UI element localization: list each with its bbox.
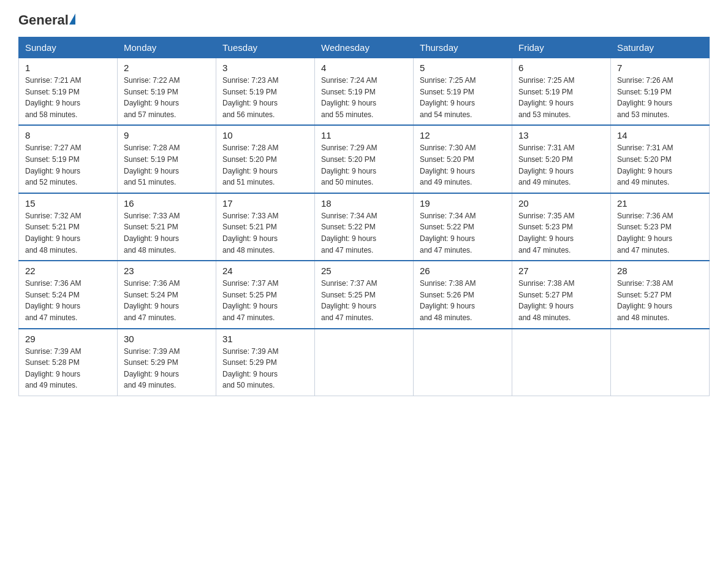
calendar-day-cell: 14Sunrise: 7:31 AMSunset: 5:20 PMDayligh… [611,125,710,193]
weekday-header-friday: Friday [512,37,611,58]
calendar-day-cell: 21Sunrise: 7:36 AMSunset: 5:23 PMDayligh… [611,193,710,261]
day-number: 28 [617,266,703,276]
day-info: Sunrise: 7:21 AMSunset: 5:19 PMDaylight:… [25,75,111,120]
day-number: 12 [420,130,506,140]
weekday-header-saturday: Saturday [611,37,710,58]
calendar-day-cell [611,329,710,396]
day-number: 24 [222,266,308,276]
day-number: 15 [25,198,111,209]
day-number: 16 [124,198,210,209]
calendar-day-cell: 20Sunrise: 7:35 AMSunset: 5:23 PMDayligh… [512,193,611,261]
day-info: Sunrise: 7:25 AMSunset: 5:19 PMDaylight:… [518,75,604,120]
day-info: Sunrise: 7:38 AMSunset: 5:26 PMDaylight:… [420,278,506,323]
day-info: Sunrise: 7:32 AMSunset: 5:21 PMDaylight:… [25,210,111,256]
day-info: Sunrise: 7:22 AMSunset: 5:19 PMDaylight:… [124,75,210,120]
weekday-header-wednesday: Wednesday [315,37,414,58]
logo-triangle-icon [69,13,75,25]
page-header: General [18,12,710,26]
day-info: Sunrise: 7:34 AMSunset: 5:22 PMDaylight:… [321,210,407,256]
calendar-day-cell: 26Sunrise: 7:38 AMSunset: 5:26 PMDayligh… [414,261,512,328]
day-number: 21 [617,198,703,209]
day-number: 8 [25,130,111,140]
calendar-week-row: 15Sunrise: 7:32 AMSunset: 5:21 PMDayligh… [19,193,710,261]
calendar-day-cell [414,329,512,396]
calendar-day-cell: 31Sunrise: 7:39 AMSunset: 5:29 PMDayligh… [216,329,315,396]
calendar-day-cell: 8Sunrise: 7:27 AMSunset: 5:19 PMDaylight… [19,125,118,193]
calendar-day-cell: 13Sunrise: 7:31 AMSunset: 5:20 PMDayligh… [512,125,611,193]
day-info: Sunrise: 7:36 AMSunset: 5:24 PMDaylight:… [124,278,210,323]
day-number: 5 [420,63,506,73]
calendar-day-cell: 27Sunrise: 7:38 AMSunset: 5:27 PMDayligh… [512,261,611,328]
calendar-day-cell: 29Sunrise: 7:39 AMSunset: 5:28 PMDayligh… [19,329,118,396]
day-number: 17 [222,198,308,209]
day-number: 10 [222,130,308,140]
day-info: Sunrise: 7:39 AMSunset: 5:28 PMDaylight:… [25,346,111,391]
calendar-day-cell: 4Sunrise: 7:24 AMSunset: 5:19 PMDaylight… [315,58,414,126]
day-number: 25 [321,266,407,276]
day-info: Sunrise: 7:36 AMSunset: 5:23 PMDaylight:… [617,210,703,256]
day-info: Sunrise: 7:39 AMSunset: 5:29 PMDaylight:… [124,346,210,391]
day-number: 20 [518,198,604,209]
calendar-day-cell: 1Sunrise: 7:21 AMSunset: 5:19 PMDaylight… [19,58,118,126]
day-info: Sunrise: 7:28 AMSunset: 5:19 PMDaylight:… [124,142,210,188]
calendar-day-cell: 19Sunrise: 7:34 AMSunset: 5:22 PMDayligh… [414,193,512,261]
day-number: 27 [518,266,604,276]
calendar-day-cell [315,329,414,396]
day-info: Sunrise: 7:25 AMSunset: 5:19 PMDaylight:… [420,75,506,120]
day-info: Sunrise: 7:39 AMSunset: 5:29 PMDaylight:… [222,346,308,391]
calendar-week-row: 22Sunrise: 7:36 AMSunset: 5:24 PMDayligh… [19,261,710,328]
day-info: Sunrise: 7:30 AMSunset: 5:20 PMDaylight:… [420,142,506,188]
calendar-week-row: 8Sunrise: 7:27 AMSunset: 5:19 PMDaylight… [19,125,710,193]
day-info: Sunrise: 7:27 AMSunset: 5:19 PMDaylight:… [25,142,111,188]
calendar-day-cell: 5Sunrise: 7:25 AMSunset: 5:19 PMDaylight… [414,58,512,126]
calendar-day-cell: 10Sunrise: 7:28 AMSunset: 5:20 PMDayligh… [216,125,315,193]
day-info: Sunrise: 7:38 AMSunset: 5:27 PMDaylight:… [617,278,703,323]
day-info: Sunrise: 7:34 AMSunset: 5:22 PMDaylight:… [420,210,506,256]
day-number: 14 [617,130,703,140]
calendar-week-row: 1Sunrise: 7:21 AMSunset: 5:19 PMDaylight… [19,58,710,126]
calendar-day-cell [512,329,611,396]
day-number: 22 [25,266,111,276]
day-info: Sunrise: 7:37 AMSunset: 5:25 PMDaylight:… [321,278,407,323]
calendar-week-row: 29Sunrise: 7:39 AMSunset: 5:28 PMDayligh… [19,329,710,396]
day-number: 4 [321,63,407,73]
calendar-day-cell: 9Sunrise: 7:28 AMSunset: 5:19 PMDaylight… [118,125,216,193]
logo-general-text: General [18,12,69,28]
calendar-day-cell: 7Sunrise: 7:26 AMSunset: 5:19 PMDaylight… [611,58,710,126]
day-number: 6 [518,63,604,73]
day-number: 3 [222,63,308,73]
calendar-day-cell: 12Sunrise: 7:30 AMSunset: 5:20 PMDayligh… [414,125,512,193]
day-info: Sunrise: 7:36 AMSunset: 5:24 PMDaylight:… [25,278,111,323]
calendar-day-cell: 22Sunrise: 7:36 AMSunset: 5:24 PMDayligh… [19,261,118,328]
day-number: 31 [222,334,308,344]
calendar-day-cell: 16Sunrise: 7:33 AMSunset: 5:21 PMDayligh… [118,193,216,261]
day-number: 18 [321,198,407,209]
weekday-header-row: SundayMondayTuesdayWednesdayThursdayFrid… [19,37,710,58]
day-number: 30 [124,334,210,344]
calendar-day-cell: 2Sunrise: 7:22 AMSunset: 5:19 PMDaylight… [118,58,216,126]
day-info: Sunrise: 7:37 AMSunset: 5:25 PMDaylight:… [222,278,308,323]
day-info: Sunrise: 7:33 AMSunset: 5:21 PMDaylight:… [222,210,308,256]
day-number: 26 [420,266,506,276]
day-info: Sunrise: 7:38 AMSunset: 5:27 PMDaylight:… [518,278,604,323]
calendar-table: SundayMondayTuesdayWednesdayThursdayFrid… [18,37,710,396]
calendar-day-cell: 6Sunrise: 7:25 AMSunset: 5:19 PMDaylight… [512,58,611,126]
logo: General [18,12,76,26]
calendar-day-cell: 23Sunrise: 7:36 AMSunset: 5:24 PMDayligh… [118,261,216,328]
calendar-day-cell: 18Sunrise: 7:34 AMSunset: 5:22 PMDayligh… [315,193,414,261]
calendar-day-cell: 30Sunrise: 7:39 AMSunset: 5:29 PMDayligh… [118,329,216,396]
calendar-day-cell: 24Sunrise: 7:37 AMSunset: 5:25 PMDayligh… [216,261,315,328]
day-number: 1 [25,63,111,73]
day-number: 29 [25,334,111,344]
day-number: 2 [124,63,210,73]
day-number: 13 [518,130,604,140]
calendar-day-cell: 25Sunrise: 7:37 AMSunset: 5:25 PMDayligh… [315,261,414,328]
day-number: 9 [124,130,210,140]
weekday-header-thursday: Thursday [414,37,512,58]
calendar-day-cell: 15Sunrise: 7:32 AMSunset: 5:21 PMDayligh… [19,193,118,261]
day-info: Sunrise: 7:29 AMSunset: 5:20 PMDaylight:… [321,142,407,188]
weekday-header-tuesday: Tuesday [216,37,315,58]
calendar-day-cell: 11Sunrise: 7:29 AMSunset: 5:20 PMDayligh… [315,125,414,193]
day-info: Sunrise: 7:28 AMSunset: 5:20 PMDaylight:… [222,142,308,188]
weekday-header-monday: Monday [118,37,216,58]
